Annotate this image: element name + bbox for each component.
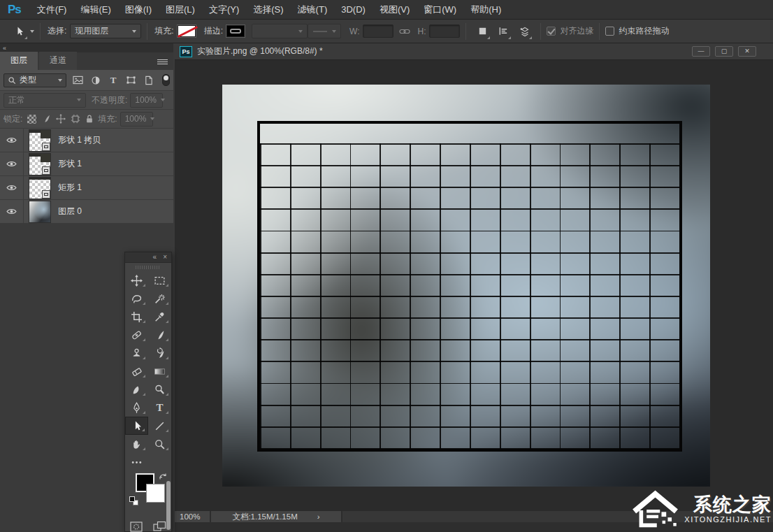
stroke-style-dropdown[interactable] <box>308 24 341 38</box>
constrain-path-checkbox[interactable] <box>605 27 614 36</box>
grid-table-shape[interactable] <box>257 121 682 452</box>
eyedropper-tool[interactable] <box>148 308 171 326</box>
filter-smart-objects-icon[interactable] <box>143 74 154 86</box>
menu-item-select[interactable]: 选择(S) <box>246 0 290 19</box>
menu-item-help[interactable]: 帮助(H) <box>463 0 508 19</box>
layer-name[interactable]: 矩形 1 <box>58 182 82 194</box>
brush-tool[interactable] <box>148 326 171 344</box>
zoom-level-field[interactable]: 100% <box>175 511 211 522</box>
layer-name[interactable]: 形状 1 拷贝 <box>58 134 101 146</box>
current-tool-icon[interactable] <box>11 23 28 40</box>
tool-preset-caret-icon[interactable] <box>30 30 34 33</box>
menu-item-view[interactable]: 视图(V) <box>373 0 417 19</box>
gradient-tool[interactable] <box>148 362 171 380</box>
visibility-cell[interactable] <box>0 176 24 199</box>
default-colors-icon[interactable] <box>129 496 138 505</box>
lock-position-icon[interactable] <box>56 114 66 124</box>
tools-panel-scrollbar[interactable] <box>166 481 171 530</box>
hand-tool[interactable] <box>125 435 148 453</box>
blend-mode-dropdown[interactable]: 正常 <box>3 93 86 108</box>
swap-colors-icon[interactable] <box>158 472 168 482</box>
minimize-button[interactable]: — <box>692 46 710 57</box>
visibility-cell[interactable] <box>0 129 24 152</box>
line-tool[interactable] <box>148 417 171 435</box>
filter-type-dropdown[interactable]: 类型 <box>3 73 66 87</box>
visibility-cell[interactable] <box>0 200 24 223</box>
menu-item-image[interactable]: 图像(I) <box>118 0 159 19</box>
filter-adjustment-layers-icon[interactable] <box>90 74 101 86</box>
path-alignment-button[interactable] <box>495 23 512 40</box>
tools-panel-header[interactable]: « × <box>125 252 171 263</box>
document-tab[interactable]: Ps 实验图片.png @ 100%(RGB/8#) * — ▢ ✕ <box>175 43 773 60</box>
menu-item-3d[interactable]: 3D(D) <box>334 0 373 19</box>
menu-item-layer[interactable]: 图层(L) <box>159 0 202 19</box>
lock-artboard-icon[interactable] <box>71 114 80 124</box>
height-field[interactable] <box>429 24 460 38</box>
layer-thumbnail[interactable] <box>29 177 51 199</box>
lock-all-icon[interactable] <box>85 114 94 124</box>
edit-toolbar-icon[interactable] <box>125 453 148 471</box>
quick-selection-tool[interactable] <box>148 289 171 308</box>
crop-tool[interactable] <box>125 308 148 326</box>
close-button[interactable]: ✕ <box>738 46 756 57</box>
lasso-tool[interactable] <box>125 289 148 308</box>
collapse-tools-icon[interactable]: « <box>153 254 157 261</box>
history-brush-tool[interactable] <box>148 344 171 362</box>
filter-pixel-layers-icon[interactable] <box>73 74 84 86</box>
close-tools-icon[interactable]: × <box>163 254 167 261</box>
panel-menu-icon[interactable] <box>157 59 168 66</box>
fill-dropdown[interactable]: 100% <box>120 112 153 127</box>
layer-row[interactable]: 形状 1 拷贝 <box>0 128 173 152</box>
quick-mask-button[interactable] <box>130 522 143 532</box>
menu-item-edit[interactable]: 编辑(E) <box>73 0 117 19</box>
tab-layers[interactable]: 图层 <box>0 52 38 70</box>
filter-type-layers-icon[interactable]: T <box>108 74 119 86</box>
layer-thumbnail[interactable] <box>29 153 51 175</box>
filter-shape-layers-icon[interactable] <box>125 74 136 86</box>
stroke-width-dropdown[interactable] <box>252 24 308 38</box>
width-field[interactable] <box>363 24 393 38</box>
opacity-dropdown[interactable]: 100% <box>130 93 163 108</box>
menu-item-file[interactable]: 文件(F) <box>30 0 74 19</box>
maximize-button[interactable]: ▢ <box>715 46 733 57</box>
path-selection-tool[interactable] <box>125 417 148 435</box>
menu-item-type[interactable]: 文字(Y) <box>202 0 246 19</box>
filter-toggle-switch[interactable] <box>162 74 170 86</box>
layer-row[interactable]: 图层 0 <box>0 199 173 223</box>
path-arrangement-button[interactable] <box>516 23 533 40</box>
move-tool[interactable] <box>125 271 148 289</box>
tab-channels[interactable]: 通道 <box>39 52 77 70</box>
clone-stamp-tool[interactable] <box>125 344 148 362</box>
path-operations-button[interactable] <box>474 23 491 40</box>
screen-mode-button[interactable] <box>153 521 166 532</box>
align-edges-checkbox[interactable] <box>547 27 556 36</box>
document-info[interactable]: 文档:1.15M/1.15M › <box>211 511 342 522</box>
canvas-area[interactable] <box>175 61 773 510</box>
layer-thumbnail[interactable] <box>29 129 51 152</box>
spot-healing-tool[interactable] <box>125 326 148 344</box>
dodge-tool[interactable] <box>148 380 171 398</box>
menu-item-window[interactable]: 窗口(W) <box>417 0 463 19</box>
status-chevron-icon[interactable]: › <box>317 512 320 521</box>
panel-grip[interactable] <box>125 263 171 271</box>
pen-tool[interactable] <box>125 398 148 417</box>
layer-name[interactable]: 形状 1 <box>58 158 82 170</box>
canvas-image[interactable] <box>222 85 710 487</box>
smudge-tool[interactable] <box>125 380 148 398</box>
type-tool[interactable]: T <box>148 398 171 417</box>
stroke-swatch[interactable] <box>226 25 245 37</box>
layer-row[interactable]: 形状 1 <box>0 152 173 175</box>
menu-item-filter[interactable]: 滤镜(T) <box>291 0 335 19</box>
collapse-panel-icon[interactable]: « <box>3 45 6 52</box>
visibility-cell[interactable] <box>0 152 24 175</box>
zoom-tool[interactable] <box>148 435 171 453</box>
lock-transparency-icon[interactable] <box>27 115 36 124</box>
link-dimensions-icon[interactable] <box>399 27 410 36</box>
layer-row[interactable]: 矩形 1 <box>0 175 173 199</box>
marquee-tool[interactable] <box>148 271 171 289</box>
background-color-swatch[interactable] <box>146 484 165 503</box>
eraser-tool[interactable] <box>125 362 148 380</box>
fill-swatch-none[interactable] <box>178 25 196 37</box>
lock-pixels-brush-icon[interactable] <box>41 114 51 124</box>
select-mode-dropdown[interactable]: 现用图层 <box>70 24 141 38</box>
